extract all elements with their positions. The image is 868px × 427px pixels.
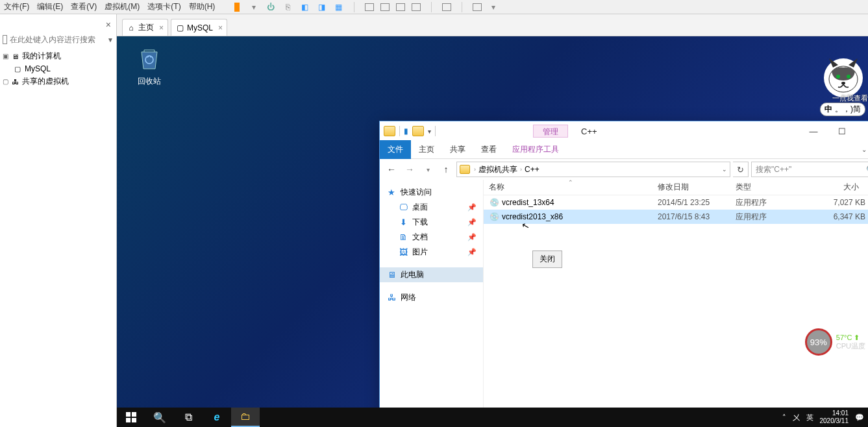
file-row[interactable]: 💿 vcredist_13x64 2014/5/1 23:25 应用程序 7,0… bbox=[484, 195, 868, 210]
snapshot-mgr-icon[interactable]: ▦ bbox=[333, 2, 343, 12]
ribbon-view[interactable]: 查看 bbox=[473, 140, 504, 159]
fullscreen-icon[interactable] bbox=[442, 3, 451, 11]
ime-badge[interactable]: 中 。，)简 bbox=[820, 103, 865, 116]
nav-pictures[interactable]: 🖼 图片 📌 bbox=[380, 245, 483, 260]
column-size[interactable]: 大小 bbox=[813, 182, 865, 193]
back-button[interactable]: ← bbox=[384, 162, 399, 177]
toolbar-icon[interactable]: ⏻ bbox=[266, 2, 276, 12]
collapse-icon[interactable]: ▣ bbox=[3, 53, 10, 60]
dropdown-icon[interactable]: ▼ bbox=[107, 36, 114, 43]
chevron-down-icon[interactable]: ⌄ bbox=[862, 146, 867, 153]
download-icon: ⬇ bbox=[398, 217, 408, 228]
explorer-search[interactable]: 搜索"C++" 🔍 bbox=[751, 162, 868, 177]
nav-documents[interactable]: 🗎 文档 📌 bbox=[380, 230, 483, 245]
toolbar-icon[interactable]: ▾ bbox=[249, 2, 259, 12]
menu-vm[interactable]: 虚拟机(M) bbox=[101, 1, 143, 12]
tray-chevron-icon[interactable]: ˄ bbox=[782, 413, 786, 422]
toolbar-icon[interactable]: ⎘ bbox=[282, 2, 293, 12]
layout-icon[interactable] bbox=[396, 3, 405, 11]
explorer-titlebar[interactable]: ▮ ▾ 管理 C++ — ☐ ✕ bbox=[380, 121, 868, 141]
pictures-icon: 🖼 bbox=[398, 247, 408, 258]
minimize-button[interactable]: — bbox=[799, 121, 828, 141]
chevron-right-icon[interactable]: › bbox=[519, 166, 523, 173]
nav-downloads[interactable]: ⬇ 下载 📌 bbox=[380, 215, 483, 230]
breadcrumb-segment[interactable]: 虚拟机共享 bbox=[477, 164, 519, 175]
toolbar-icon[interactable]: ▾ bbox=[488, 2, 499, 12]
manage-tab[interactable]: 管理 bbox=[533, 125, 568, 138]
column-name[interactable]: 名称 bbox=[489, 182, 658, 193]
ime-indicator[interactable]: 㐅 bbox=[793, 413, 800, 422]
vmware-menubar: 文件(F) 编辑(E) 查看(V) 虚拟机(M) 选项卡(T) 帮助(H) ▾ … bbox=[0, 0, 868, 14]
vm-icon: ▢ bbox=[175, 23, 184, 32]
home-icon bbox=[3, 35, 7, 44]
file-date: 2014/5/1 23:25 bbox=[658, 198, 736, 207]
ribbon-app-tools[interactable]: 应用程序工具 bbox=[504, 140, 567, 159]
snapshot-icon[interactable]: ◨ bbox=[316, 2, 327, 12]
file-size: 6,347 KB bbox=[813, 212, 865, 221]
layout-icon[interactable] bbox=[412, 3, 421, 11]
close-icon[interactable]: × bbox=[106, 19, 111, 30]
nav-this-pc[interactable]: 🖥 此电脑 bbox=[380, 267, 483, 282]
notification-icon[interactable]: 💬 bbox=[855, 413, 864, 422]
file-date: 2017/6/15 8:43 bbox=[658, 212, 736, 221]
collapse-icon[interactable]: ▢ bbox=[3, 78, 10, 85]
recycle-bin-label: 回收站 bbox=[129, 76, 170, 87]
nav-network[interactable]: 🖧 网络 bbox=[380, 290, 483, 305]
chevron-right-icon[interactable]: › bbox=[473, 166, 477, 173]
layout-icon[interactable] bbox=[380, 3, 390, 11]
library-search-input[interactable] bbox=[10, 35, 107, 44]
menu-help[interactable]: 帮助(H) bbox=[185, 1, 219, 12]
ribbon-share[interactable]: 共享 bbox=[442, 140, 473, 159]
recent-dropdown[interactable]: ▾ bbox=[420, 162, 436, 177]
maximize-button[interactable]: ☐ bbox=[828, 121, 856, 141]
qat-icon[interactable]: ▮ bbox=[404, 127, 408, 136]
chevron-down-icon[interactable]: ⌄ bbox=[722, 166, 727, 173]
file-explorer-window: ▮ ▾ 管理 C++ — ☐ ✕ 文件 主页 共享 查看 应用程序工具 ⌄ ? bbox=[379, 121, 868, 427]
refresh-button[interactable]: ↻ bbox=[733, 162, 749, 177]
search-button[interactable]: 🔍 bbox=[145, 408, 174, 427]
explorer-taskbar-button[interactable]: 🗀 bbox=[231, 408, 260, 427]
nav-quick-access[interactable]: ★ 快速访问 bbox=[380, 185, 483, 200]
file-list-area: ⌃ 名称 修改日期 类型 大小 💿 vcredist_13x64 2014/5/… bbox=[484, 180, 868, 427]
address-bar[interactable]: › 虚拟机共享 › C++ ⌄ bbox=[456, 162, 730, 177]
close-button[interactable]: ✕ bbox=[856, 121, 868, 141]
tree-shared-vms[interactable]: ▢ 🖧 共享的虚拟机 bbox=[3, 75, 114, 88]
tab-mysql[interactable]: ▢ MySQL × bbox=[171, 19, 227, 36]
menu-file[interactable]: 文件(F) bbox=[0, 1, 33, 12]
menu-edit[interactable]: 编辑(E) bbox=[33, 1, 67, 12]
close-button[interactable]: 关闭 bbox=[532, 250, 562, 268]
unity-icon[interactable] bbox=[473, 3, 482, 11]
column-date[interactable]: 修改日期 bbox=[658, 182, 736, 193]
taskbar-clock[interactable]: 14:01 2020/3/11 bbox=[820, 409, 849, 425]
tree-mysql[interactable]: ▢ MySQL bbox=[3, 63, 114, 75]
nav-label: 图片 bbox=[412, 247, 428, 258]
close-icon[interactable]: × bbox=[159, 23, 164, 32]
menu-tabs[interactable]: 选项卡(T) bbox=[143, 1, 184, 12]
layout-icon[interactable] bbox=[365, 3, 374, 11]
tab-home[interactable]: ⌂ 主页 × bbox=[122, 19, 168, 36]
file-row[interactable]: 💿 vcredist2013_x86 2017/6/15 8:43 应用程序 6… bbox=[484, 210, 868, 224]
ie-button[interactable]: e bbox=[203, 408, 231, 427]
recycle-bin[interactable]: 回收站 bbox=[129, 45, 170, 87]
menu-view[interactable]: 查看(V) bbox=[67, 1, 101, 12]
ribbon-file[interactable]: 文件 bbox=[380, 140, 411, 159]
ime-lang-indicator[interactable]: 英 bbox=[806, 413, 813, 422]
up-button[interactable]: ↑ bbox=[438, 162, 454, 177]
start-button[interactable] bbox=[117, 408, 145, 427]
nav-label: 快速访问 bbox=[401, 187, 432, 198]
nav-label: 下载 bbox=[412, 217, 428, 228]
shared-icon: 🖧 bbox=[10, 77, 19, 86]
column-type[interactable]: 类型 bbox=[736, 182, 813, 193]
pause-icon[interactable] bbox=[232, 2, 242, 12]
close-icon[interactable]: × bbox=[218, 23, 223, 32]
nav-desktop[interactable]: 🖵 桌面 📌 bbox=[380, 200, 483, 215]
breadcrumb-segment[interactable]: C++ bbox=[523, 165, 541, 174]
task-view-button[interactable]: ⧉ bbox=[174, 408, 203, 427]
tree-my-computer[interactable]: ▣ 🖥 我的计算机 bbox=[3, 49, 114, 63]
snapshot-icon[interactable]: ◧ bbox=[299, 2, 310, 12]
address-row: ← → ▾ ↑ › 虚拟机共享 › C++ ⌄ ↻ 搜索"C++" 🔍 bbox=[380, 159, 868, 180]
ribbon-home[interactable]: 主页 bbox=[411, 140, 442, 159]
forward-button[interactable]: → bbox=[402, 162, 417, 177]
chevron-down-icon[interactable]: ▾ bbox=[428, 128, 431, 135]
library-search: ▼ bbox=[0, 34, 116, 45]
